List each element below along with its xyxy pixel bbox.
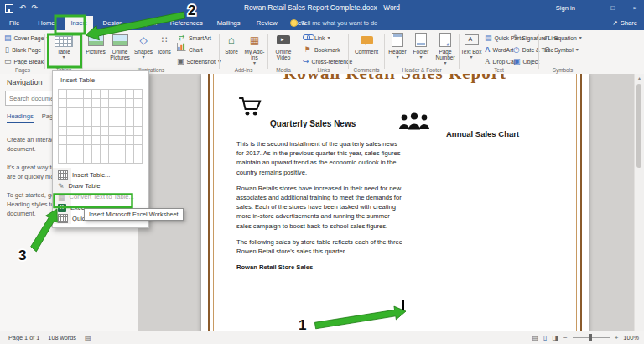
chevron-down-icon: ▾: [470, 55, 472, 60]
vertical-scrollbar[interactable]: ▴: [634, 74, 644, 331]
menu-item-label: Convert Text to Table...: [70, 193, 134, 201]
quick-parts-button[interactable]: ▤ Quick Parts: [482, 32, 511, 44]
document-title-banner-text: Rowan Retail Sales Report: [226, 74, 564, 83]
icons-button[interactable]: ∷ Icons: [154, 30, 174, 55]
link-button[interactable]: Link ▾: [300, 32, 347, 44]
share-label: Share: [621, 19, 637, 27]
ribbon-group-tables: Table ▾ Tables: [46, 30, 81, 74]
document-page[interactable]: Rowan Retail Sales Report Quarterly Sale…: [201, 74, 589, 331]
pictures-button[interactable]: Pictures: [84, 30, 107, 55]
tab-layout[interactable]: Layout: [132, 16, 163, 30]
maximize-button[interactable]: □: [607, 4, 619, 12]
page-break-button[interactable]: ▭ Page Break: [2, 55, 44, 67]
group-label-header-footer: Header & Footer: [386, 67, 458, 73]
object-button[interactable]: ▣ Object: [511, 55, 538, 67]
menu-item-label: Insert Table...: [72, 171, 110, 179]
online-video-icon: [277, 35, 290, 44]
sign-in-button[interactable]: Sign in: [556, 4, 575, 12]
text-cursor: [402, 300, 404, 311]
pictures-icon: [88, 34, 104, 46]
wordart-button[interactable]: A WordArt: [482, 44, 511, 55]
date-time-button[interactable]: ◷ Date & Time: [511, 44, 538, 55]
window-title: Rowan Retail Sales Report Complete.docx …: [0, 0, 644, 16]
chevron-down-icon: ▾: [579, 35, 582, 40]
chevron-down-icon: ▾: [62, 55, 65, 60]
comment-button[interactable]: Comment: [350, 30, 383, 55]
cover-page-button[interactable]: ▤ Cover Page ▾: [2, 32, 44, 44]
print-layout-icon[interactable]: ▯: [543, 334, 547, 341]
header-button[interactable]: Header ▾: [386, 30, 409, 60]
store-icon: ⌂: [228, 33, 235, 47]
read-mode-icon[interactable]: ▤: [532, 334, 538, 341]
quick-parts-icon: ▤: [485, 34, 492, 42]
zoom-slider-thumb[interactable]: [589, 334, 592, 341]
tell-me-box[interactable]: Tell me what you want to do: [290, 16, 377, 30]
cover-page-icon: ▤: [4, 34, 12, 42]
page-number-button[interactable]: Page Number ▾: [433, 30, 458, 65]
menu-item-insert-table[interactable]: Insert Table...: [53, 169, 148, 180]
chevron-down-icon: ▾: [142, 55, 144, 60]
store-button[interactable]: ⌂ Store: [221, 30, 242, 55]
web-layout-icon[interactable]: ◨: [552, 334, 558, 341]
signature-line-icon: ✎: [513, 34, 520, 42]
text-box-button[interactable]: Text Box ▾: [460, 30, 482, 60]
scrollbar-thumb[interactable]: [636, 84, 641, 168]
symbol-button[interactable]: Ω Symbol ▾: [540, 44, 585, 55]
table-button[interactable]: Table ▾: [46, 30, 81, 60]
zoom-out-button[interactable]: −: [564, 334, 568, 341]
minimize-button[interactable]: ─: [585, 4, 597, 12]
footer-icon: [415, 33, 427, 47]
tab-insert[interactable]: Insert: [65, 16, 93, 30]
online-video-button[interactable]: Online Video: [269, 30, 298, 60]
word-count[interactable]: 108 words: [48, 334, 76, 341]
zoom-level[interactable]: 100%: [623, 334, 639, 341]
comment-label: Comment: [355, 49, 378, 55]
store-label: Store: [225, 49, 238, 55]
tab-file[interactable]: File: [0, 16, 29, 30]
footer-button[interactable]: Footer ▾: [409, 30, 433, 60]
online-pictures-button[interactable]: Online Pictures: [107, 30, 132, 60]
cover-page-label: Cover Page: [14, 35, 44, 41]
table-size-grid[interactable]: [58, 89, 143, 164]
zoom-slider[interactable]: [573, 337, 610, 338]
scroll-up-icon[interactable]: ▴: [635, 74, 644, 82]
close-button[interactable]: ×: [629, 4, 641, 12]
proofing-icon[interactable]: ▤: [85, 334, 91, 341]
online-video-label: Online Video: [269, 49, 298, 60]
chart-label: Chart: [189, 47, 203, 53]
ribbon-group-media: Online Video Media: [269, 30, 298, 74]
bold-line: Rowan Retail Store Sales: [236, 263, 404, 272]
shapes-button[interactable]: ◇ Shapes ▾: [132, 30, 154, 60]
group-label-addins: Add-ins: [221, 67, 267, 73]
page-number-label: Page Number: [433, 49, 458, 60]
zoom-in-button[interactable]: +: [615, 334, 619, 341]
tab-review[interactable]: Review: [251, 16, 283, 30]
document-body: This is the second installment of the qu…: [236, 139, 404, 279]
my-addins-button[interactable]: ▦ My Add-ins ▾: [242, 30, 267, 65]
chart-button[interactable]: Chart: [174, 44, 216, 55]
comment-icon: [361, 36, 373, 44]
blank-page-button[interactable]: ▯ Blank Page: [2, 44, 44, 55]
tab-design[interactable]: Design: [96, 16, 128, 30]
nav-tab-headings[interactable]: Headings: [7, 112, 34, 123]
menu-item-draw-table[interactable]: ✎ Draw Table: [53, 180, 148, 191]
tab-home[interactable]: Home: [32, 16, 60, 30]
page-break-icon: ▭: [4, 57, 12, 65]
symbol-icon: Ω: [543, 45, 552, 54]
smartart-button[interactable]: ⇄ SmartArt: [174, 32, 216, 44]
title-bar: ↶ ↷ Rowan Retail Sales Report Complete.d…: [0, 0, 644, 16]
equation-button[interactable]: π Equation ▾: [540, 32, 585, 44]
paragraph: The following sales by store table refle…: [236, 237, 404, 256]
page-indicator[interactable]: Page 1 of 1: [8, 334, 39, 341]
tab-mailings[interactable]: Mailings: [210, 16, 247, 30]
chevron-down-icon: ▾: [419, 55, 422, 60]
tab-references[interactable]: References: [166, 16, 206, 30]
signature-line-button[interactable]: ✎ Signature Line: [511, 32, 538, 44]
cross-reference-button[interactable]: ↪ Cross-reference: [300, 55, 347, 67]
bookmark-button[interactable]: ⚑ Bookmark: [300, 44, 347, 55]
drop-cap-button[interactable]: A Drop Cap: [482, 55, 511, 67]
share-icon: ↗: [612, 19, 617, 27]
document-canvas: Rowan Retail Sales Report Quarterly Sale…: [138, 74, 644, 331]
screenshot-button[interactable]: ▣ Screenshot ▾: [174, 55, 216, 67]
share-button[interactable]: ↗ Share: [612, 16, 637, 30]
